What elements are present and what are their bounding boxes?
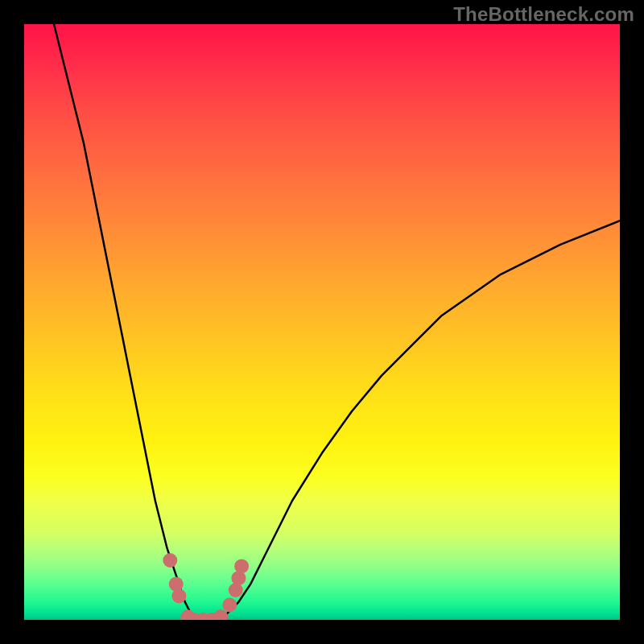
bottleneck-curve [54,24,620,620]
svg-point-7 [213,609,228,620]
plot-area [24,24,620,620]
svg-point-0 [163,553,177,568]
svg-point-2 [171,588,186,603]
chart-frame: TheBottleneck.com [0,0,644,644]
svg-point-11 [234,559,249,573]
highlight-dots [163,553,249,620]
watermark-text: TheBottleneck.com [453,3,634,26]
curve-svg [24,24,620,620]
svg-point-8 [222,598,237,613]
